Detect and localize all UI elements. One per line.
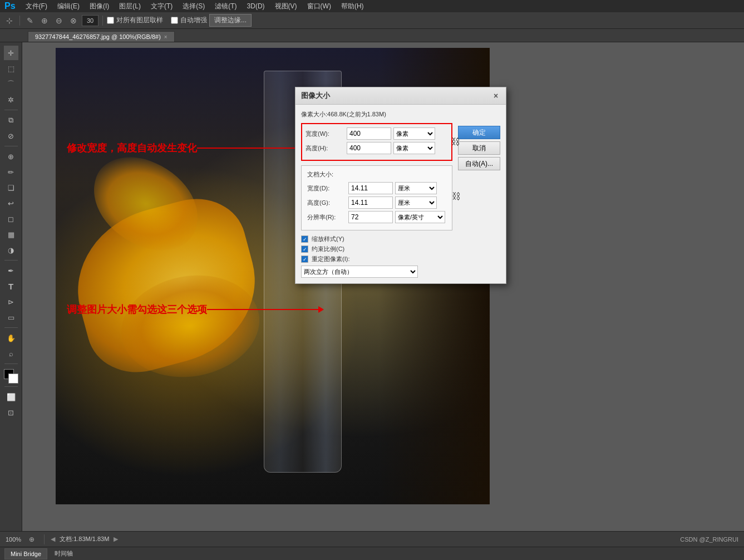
- document-tab[interactable]: 9327747844_46276857.jpg @ 100%(RGB/8#) ×: [28, 31, 175, 42]
- doc-width-input[interactable]: [348, 182, 393, 194]
- adjust-edge-button[interactable]: 调整边缘...: [209, 14, 252, 27]
- brush-tool[interactable]: ✏: [4, 165, 18, 179]
- menu-window[interactable]: 窗口(W): [303, 1, 336, 12]
- tool-separator-5: [4, 363, 18, 364]
- pixel-size-info: 像素大小:468.8K(之前为1.83M): [301, 110, 452, 119]
- scale-styles-row[interactable]: ✓ 缩放样式(Y): [301, 235, 452, 243]
- toolbar: ⊹ ✎ ⊕ ⊖ ⊗ 30 对所有图层取样 自动增强 调整边缘...: [0, 12, 744, 29]
- resolution-unit-select[interactable]: 像素/英寸: [395, 211, 445, 223]
- tool-separator-3: [4, 260, 18, 261]
- tool-mode-icon[interactable]: ⊕: [38, 14, 51, 27]
- clone-tool[interactable]: ❑: [4, 180, 18, 195]
- zoom-icon[interactable]: ⊕: [26, 533, 38, 546]
- watermark: CSDN @Z_RINGRUI: [680, 536, 738, 543]
- doc-height-label: 高度(G):: [307, 199, 346, 207]
- resolution-label: 分辨率(R):: [307, 213, 346, 222]
- mini-bridge-tab[interactable]: Mini Bridge: [4, 548, 47, 559]
- menu-view[interactable]: 视图(V): [270, 1, 302, 12]
- zoom-tool[interactable]: ⌕: [4, 346, 18, 361]
- menu-layer[interactable]: 图层(L): [115, 1, 145, 12]
- tool-mode3-icon[interactable]: ⊗: [67, 14, 80, 27]
- tool-brush-icon[interactable]: ✎: [24, 14, 36, 27]
- status-left: 100% ⊕ ◀ 文档:1.83M/1.83M ▶: [6, 533, 118, 546]
- doc-size-status: 文档:1.83M/1.83M: [60, 535, 109, 543]
- magic-wand-tool[interactable]: ✲: [4, 92, 18, 107]
- dialog-close-button[interactable]: ×: [491, 91, 500, 100]
- brush-size-input[interactable]: 30: [82, 15, 98, 26]
- auto-button[interactable]: 自动(A)...: [458, 157, 500, 170]
- next-arrow[interactable]: ▶: [114, 536, 118, 543]
- menu-help[interactable]: 帮助(H): [337, 1, 368, 12]
- text-tool[interactable]: T: [4, 279, 18, 293]
- hand-tool[interactable]: ✋: [4, 331, 18, 345]
- quick-mask-tool[interactable]: ⬜: [4, 390, 18, 404]
- tool-separator-2: [4, 146, 18, 146]
- ok-button[interactable]: 确定: [458, 126, 500, 139]
- spot-heal-tool[interactable]: ⊕: [4, 149, 18, 164]
- eyedropper-tool[interactable]: ⊘: [4, 129, 18, 143]
- background-color[interactable]: [8, 374, 18, 384]
- status-separator: [44, 534, 45, 544]
- ps-logo: Ps: [4, 1, 16, 11]
- width-input[interactable]: [347, 127, 391, 140]
- toolbar-separator-2: [102, 16, 103, 26]
- left-toolbar: ✛ ⬚ ⌒ ✲ ⧉ ⊘ ⊕ ✏ ❑ ↩ ◻ ▦ ◑ ✒ T ⊳ ▭ ✋ ⌕ ⬜ …: [0, 42, 22, 531]
- doc-size-label: 文档大小:: [307, 170, 446, 179]
- shape-tool[interactable]: ▭: [4, 310, 18, 325]
- dialog-body: 确定 取消 自动(A)... 像素大小:468.8K(之前为1.83M) 宽度(…: [295, 105, 506, 283]
- move-tool[interactable]: ✛: [4, 46, 18, 60]
- lasso-tool[interactable]: ⌒: [4, 77, 18, 91]
- constrain-proportions-checkbox[interactable]: ✓: [301, 245, 308, 253]
- width-unit-select[interactable]: 像素: [393, 127, 435, 140]
- tool-mode2-icon[interactable]: ⊖: [53, 14, 65, 27]
- checkboxes-area: ✓ 缩放样式(Y) ✓ 约束比例(C) ✓ 重定图像素(I): 两次立方（自动）: [301, 235, 452, 278]
- all-layers-checkbox[interactable]: [107, 17, 114, 24]
- prev-arrow[interactable]: ◀: [51, 536, 55, 543]
- menu-bar: Ps 文件(F) 编辑(E) 图像(I) 图层(L) 文字(T) 选择(S) 滤…: [0, 0, 744, 12]
- doc-width-row: 宽度(D): 厘米: [307, 182, 446, 194]
- eraser-tool[interactable]: ◻: [4, 212, 18, 226]
- tool-select-icon[interactable]: ⊹: [3, 14, 16, 27]
- menu-3d[interactable]: 3D(D): [243, 1, 269, 11]
- auto-enhance-checkbox-label[interactable]: 自动增强: [171, 16, 207, 25]
- history-brush-tool[interactable]: ↩: [4, 196, 18, 210]
- cancel-button[interactable]: 取消: [458, 141, 500, 155]
- constrain-proportions-row[interactable]: ✓ 约束比例(C): [301, 245, 452, 253]
- height-field-row: 高度(H): 像素: [306, 142, 448, 154]
- canvas-area: 修改宽度，高度自动发生变化 调整图片大小需勾选这三个选项 图像大小 ×: [22, 42, 744, 531]
- resolution-input[interactable]: [348, 211, 393, 223]
- tab-close-button[interactable]: ×: [164, 34, 167, 40]
- menu-select[interactable]: 选择(S): [178, 1, 209, 12]
- resample-method-select[interactable]: 两次立方（自动）: [301, 266, 418, 278]
- scale-styles-checkbox[interactable]: ✓: [301, 235, 308, 243]
- menu-file[interactable]: 文件(F): [21, 1, 52, 12]
- auto-enhance-checkbox[interactable]: [171, 17, 178, 24]
- dialog-title-bar[interactable]: 图像大小 ×: [295, 87, 506, 105]
- marquee-tool[interactable]: ⬚: [4, 61, 18, 76]
- pen-tool[interactable]: ✒: [4, 263, 18, 278]
- menu-text[interactable]: 文字(T): [146, 1, 177, 12]
- height-unit-select[interactable]: 像素: [393, 142, 435, 154]
- path-select-tool[interactable]: ⊳: [4, 294, 18, 309]
- dodge-tool[interactable]: ◑: [4, 243, 18, 257]
- doc-chain-icon: ⛓: [452, 191, 461, 202]
- tool-separator-4: [4, 327, 18, 328]
- menu-image[interactable]: 图像(I): [85, 1, 114, 12]
- height-input[interactable]: [347, 142, 391, 154]
- timeline-tab[interactable]: 时间轴: [48, 547, 79, 560]
- screen-mode-tool[interactable]: ⊡: [4, 405, 18, 420]
- gradient-tool[interactable]: ▦: [4, 227, 18, 242]
- color-swatch[interactable]: [4, 369, 18, 384]
- doc-size-section: 文档大小: 宽度(D): 厘米 高度(G): 厘米: [301, 165, 452, 230]
- resample-image-checkbox[interactable]: ✓: [301, 256, 308, 263]
- doc-height-unit-select[interactable]: 厘米: [395, 197, 437, 209]
- crop-tool[interactable]: ⧉: [4, 113, 18, 127]
- menu-filter[interactable]: 滤镜(T): [210, 1, 241, 12]
- width-label: 宽度(W):: [306, 130, 344, 138]
- doc-width-unit-select[interactable]: 厘米: [395, 182, 437, 194]
- doc-height-input[interactable]: [348, 197, 393, 209]
- all-layers-checkbox-label[interactable]: 对所有图层取样: [107, 16, 163, 25]
- chain-link-icon: ⛓: [451, 137, 460, 147]
- resample-image-row[interactable]: ✓ 重定图像素(I):: [301, 255, 452, 263]
- menu-edit[interactable]: 编辑(E): [53, 1, 84, 12]
